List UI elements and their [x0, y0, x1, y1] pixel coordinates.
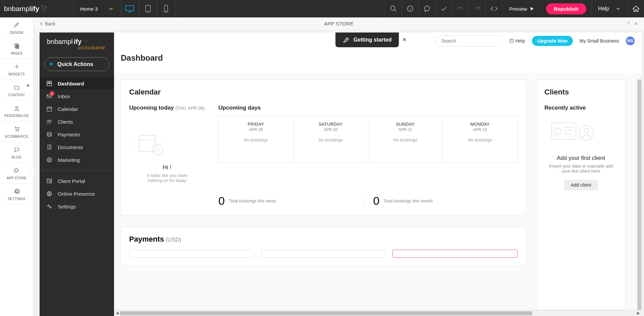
mobile-device-button[interactable]: [157, 0, 175, 17]
svg-point-12: [166, 11, 166, 12]
logo-dots-icon: [40, 4, 49, 13]
quick-actions-button[interactable]: + Quick Actions: [44, 57, 109, 71]
plus-icon: +: [49, 60, 53, 68]
logo-dots-icon: [83, 39, 89, 45]
nav-personalize[interactable]: PERSONALIZE: [0, 101, 33, 121]
scroll-left-arrow[interactable]: ◀: [114, 311, 120, 315]
main-area: Back APP STORE ? ✕ bnbamplify ACCELERATO…: [34, 17, 644, 316]
appnav-clients[interactable]: Clients: [40, 115, 114, 128]
day-cell[interactable]: FRIDAYAPR 09No bookings: [219, 116, 293, 163]
clients-icon: [46, 119, 52, 125]
getting-started-tab[interactable]: Getting started: [335, 33, 399, 47]
nav-content[interactable]: CONTENT ★: [0, 80, 33, 101]
add-client-button[interactable]: Add client: [564, 180, 598, 190]
gear-icon: [14, 188, 20, 194]
inbox-badge: 1: [50, 91, 54, 96]
nav-design[interactable]: DESIGN: [0, 17, 33, 38]
day-cell[interactable]: SATURDAYAPR 10No bookings: [293, 116, 368, 163]
search-box[interactable]: [435, 35, 502, 47]
document-icon: [46, 144, 52, 150]
upcoming-days-heading: Upcoming days: [218, 105, 518, 111]
redo-button[interactable]: [469, 0, 485, 17]
search-button[interactable]: [385, 0, 401, 17]
appnav-online-presence[interactable]: Online Presence: [40, 187, 114, 200]
svg-point-35: [49, 160, 50, 160]
play-icon: [530, 7, 534, 11]
sub-header: Back APP STORE ? ✕: [34, 17, 644, 30]
appnav-documents[interactable]: Documents: [40, 141, 114, 153]
home-button[interactable]: [627, 0, 644, 17]
app-brand: bnbamplify ACCELERATOR: [40, 33, 114, 54]
nav-widgets[interactable]: WIDGETS: [0, 59, 33, 80]
tablet-device-button[interactable]: [139, 0, 157, 17]
chevron-left-icon: [40, 22, 43, 26]
payments-heading: Payments: [129, 235, 164, 243]
appnav-inbox[interactable]: 1 Inbox: [40, 90, 114, 103]
preview-button[interactable]: Preview: [502, 0, 540, 17]
mobile-icon: [164, 5, 168, 12]
avatar[interactable]: MS: [626, 37, 635, 45]
nav-blog[interactable]: BLOG: [0, 142, 33, 163]
scroll-right-arrow[interactable]: ▶: [635, 311, 641, 315]
horizontal-scrollbar[interactable]: ◀ ▶: [114, 310, 641, 316]
appnav-payments[interactable]: Payments: [40, 128, 114, 141]
appnav-settings[interactable]: Settings: [40, 200, 114, 213]
svg-point-40: [50, 207, 51, 208]
day-cell[interactable]: SUNDAYAPR 11No bookings: [368, 116, 443, 163]
tablet-icon: [145, 5, 151, 12]
svg-point-32: [47, 132, 51, 134]
check-button[interactable]: [435, 0, 452, 17]
device-switcher: [121, 0, 175, 17]
svg-rect-17: [16, 45, 19, 48]
appnav-marketing[interactable]: Marketing: [40, 153, 114, 166]
info-button[interactable]: [401, 0, 418, 17]
vertical-scrollbar[interactable]: [637, 79, 641, 310]
day-cell[interactable]: MONDAYAPR 12No bookings: [443, 116, 517, 163]
back-button[interactable]: Back: [40, 21, 55, 26]
business-name[interactable]: My Small Business: [580, 38, 619, 44]
desktop-device-button[interactable]: [121, 0, 139, 17]
svg-rect-36: [47, 179, 52, 183]
republish-button[interactable]: Republish: [546, 3, 587, 14]
payments-panel: Payments (USD): [121, 227, 526, 266]
booking-stats: 0Total bookings this week 0Total booking…: [129, 194, 518, 207]
app-help-button[interactable]: Help: [509, 38, 525, 44]
folder-icon: [14, 84, 20, 90]
clients-panel: Clients Recently active Add your first c…: [536, 79, 626, 310]
nav-pages[interactable]: PAGES: [0, 38, 33, 59]
upgrade-button[interactable]: Upgrade Now: [532, 36, 573, 46]
help-button[interactable]: Help: [592, 0, 627, 17]
scrollbar-thumb[interactable]: [120, 311, 532, 315]
nav-ecommerce[interactable]: ECOMMERCE: [0, 121, 33, 142]
svg-point-22: [85, 40, 86, 41]
app-topbar: Getting started ✕ Help Upgrade Now My Sm…: [114, 33, 641, 47]
svg-point-18: [16, 106, 18, 108]
search-input[interactable]: [439, 36, 502, 46]
appnav-dashboard[interactable]: Dashboard: [40, 77, 114, 90]
nav-settings[interactable]: SETTINGS: [0, 184, 33, 204]
clients-heading: Clients: [544, 88, 618, 97]
getting-started-close[interactable]: ✕: [402, 37, 407, 43]
svg-point-41: [346, 39, 347, 40]
svg-point-3: [42, 8, 43, 9]
comment-button[interactable]: [418, 0, 435, 17]
payment-box-overdue[interactable]: [392, 250, 518, 258]
svg-rect-26: [47, 81, 49, 83]
calendar-icon: [46, 106, 52, 112]
check-icon: [440, 5, 447, 12]
help-hint-icon[interactable]: ?: [627, 21, 630, 27]
nav-app-store[interactable]: APP STORE: [0, 163, 33, 184]
payment-box[interactable]: [129, 250, 254, 258]
payment-box[interactable]: [261, 250, 386, 258]
svg-point-30: [48, 120, 49, 122]
plus-icon: [14, 64, 20, 70]
svg-point-25: [86, 42, 87, 43]
page-selector[interactable]: Home 3: [73, 0, 121, 17]
chevron-down-icon: [615, 6, 621, 12]
close-pane-button[interactable]: ✕: [634, 21, 638, 27]
undo-button[interactable]: [452, 0, 469, 17]
pages-icon: [14, 43, 20, 49]
appnav-client-portal[interactable]: Client Portal: [40, 175, 114, 187]
devmode-button[interactable]: [485, 0, 502, 17]
appnav-calendar[interactable]: Calendar: [40, 103, 114, 115]
